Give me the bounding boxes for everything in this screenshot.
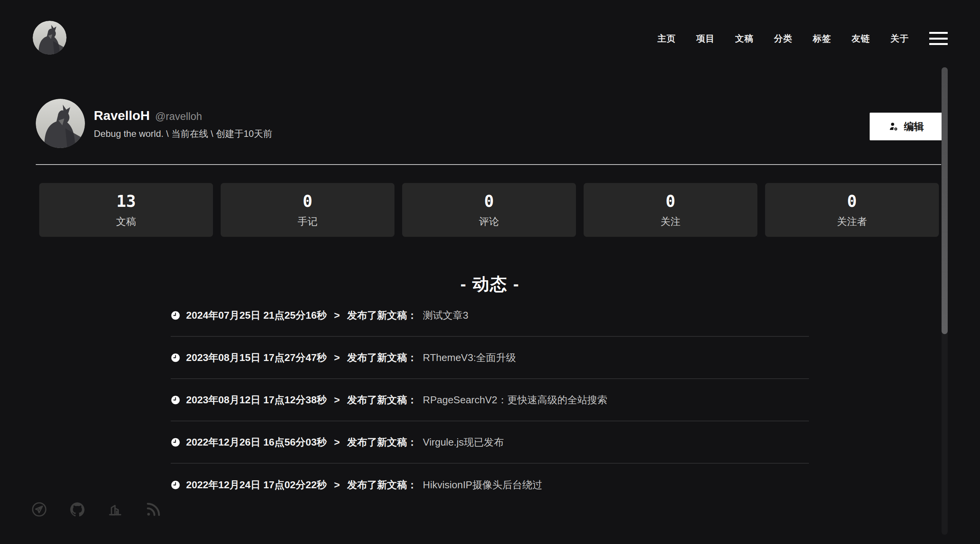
clock-icon [171,395,180,405]
hamburger-menu-icon [929,32,948,34]
feed-title: - 动态 - [0,273,980,296]
stat-card-following[interactable]: 0 关注 [584,183,757,237]
rss-icon[interactable] [145,501,162,518]
github-icon[interactable] [69,501,86,518]
feed-action: 发布了新文稿： [347,393,417,407]
stat-card-comments[interactable]: 0 评论 [402,183,576,237]
activity-feed: 2024年07月25日 21点25分16秒 > 发布了新文稿： 测试文章3 20… [171,294,809,506]
nav-item-projects[interactable]: 项目 [696,33,715,45]
feed-separator: > [334,436,340,448]
scrollbar-track[interactable] [942,67,948,535]
feed-action: 发布了新文稿： [347,478,417,492]
clock-icon [171,480,180,490]
feed-timestamp: 2022年12月24日 17点02分22秒 [186,478,327,492]
clock-icon [171,438,180,447]
building-icon[interactable] [107,501,124,518]
feed-article-link[interactable]: HikvisionIP摄像头后台绕过 [423,478,542,492]
feed-action: 发布了新文稿： [347,436,417,449]
nav-item-categories[interactable]: 分类 [774,33,792,45]
profile-bio: Debug the world. \ 当前在线 \ 创建于10天前 [94,128,272,140]
stat-card-posts[interactable]: 13 文稿 [39,183,213,237]
feed-timestamp: 2023年08月12日 17点12分38秒 [186,393,327,407]
profile-handle: @ravelloh [155,111,202,123]
avatar-image [33,21,67,55]
feed-row: 2023年08月15日 17点27分47秒 > 发布了新文稿： RThemeV3… [171,337,809,379]
feed-timestamp: 2023年08月15日 17点27分47秒 [186,351,327,364]
feed-action: 发布了新文稿： [347,351,417,364]
user-edit-icon [888,121,899,132]
nav-item-about[interactable]: 关于 [890,33,909,45]
profile-name: RavelloH [94,108,150,123]
nav-item-tags[interactable]: 标签 [813,33,831,45]
feed-timestamp: 2024年07月25日 21点25分16秒 [186,309,327,322]
nav-item-posts[interactable]: 文稿 [735,33,754,45]
feed-article-link[interactable]: RThemeV3:全面升级 [423,351,516,364]
nav-item-home[interactable]: 主页 [657,33,676,45]
feed-article-link[interactable]: 测试文章3 [423,309,468,322]
feed-row: 2023年08月12日 17点12分38秒 > 发布了新文稿： RPageSea… [171,379,809,421]
nav-item-friends[interactable]: 友链 [852,33,870,45]
feed-separator: > [334,352,340,364]
hamburger-menu-icon [929,43,948,45]
stat-label: 关注者 [837,216,867,226]
hamburger-menu-icon [929,38,948,40]
stat-card-followers[interactable]: 0 关注者 [765,183,939,237]
clock-icon [171,353,180,363]
feed-separator: > [334,394,340,406]
stat-label: 评论 [479,216,499,226]
feed-separator: > [334,309,340,321]
profile-info: RavelloH @ravelloh Debug the world. \ 当前… [94,108,272,140]
feed-article-link[interactable]: Virgule.js现已发布 [423,436,504,449]
nav-menu: 主页 项目 文稿 分类 标签 友链 关于 [657,29,948,48]
site-logo-avatar[interactable] [33,21,67,55]
avatar-image [36,99,85,148]
edit-profile-button[interactable]: 编辑 [870,113,943,140]
stats-row: 13 文稿 0 手记 0 评论 0 关注 0 关注者 [39,183,939,237]
feed-row: 2024年07月25日 21点25分16秒 > 发布了新文稿： 测试文章3 [171,294,809,337]
scrollbar-thumb[interactable] [942,67,948,334]
hamburger-menu-button[interactable] [929,32,948,45]
social-links [31,501,162,518]
profile-avatar [36,99,85,148]
profile-divider [36,164,941,165]
stat-value: 0 [303,193,312,210]
feed-action: 发布了新文稿： [347,309,417,322]
stat-label: 手记 [298,216,318,226]
edit-button-label: 编辑 [904,120,924,133]
feed-row: 2022年12月24日 17点02分22秒 > 发布了新文稿： Hikvisio… [171,464,809,506]
feed-article-link[interactable]: RPageSearchV2：更快速高级的全站搜索 [423,393,607,407]
telegram-icon[interactable] [31,501,48,518]
stat-value: 0 [847,193,857,210]
stat-card-notes[interactable]: 0 手记 [221,183,394,237]
stat-label: 文稿 [116,216,136,226]
feed-separator: > [334,479,340,491]
feed-row: 2022年12月26日 16点56分03秒 > 发布了新文稿： Virgule.… [171,421,809,464]
clock-icon [171,311,180,320]
stat-value: 0 [484,193,494,210]
feed-timestamp: 2022年12月26日 16点56分03秒 [186,436,327,449]
stat-label: 关注 [661,216,681,226]
stat-value: 0 [666,193,675,210]
stat-value: 13 [116,193,136,210]
